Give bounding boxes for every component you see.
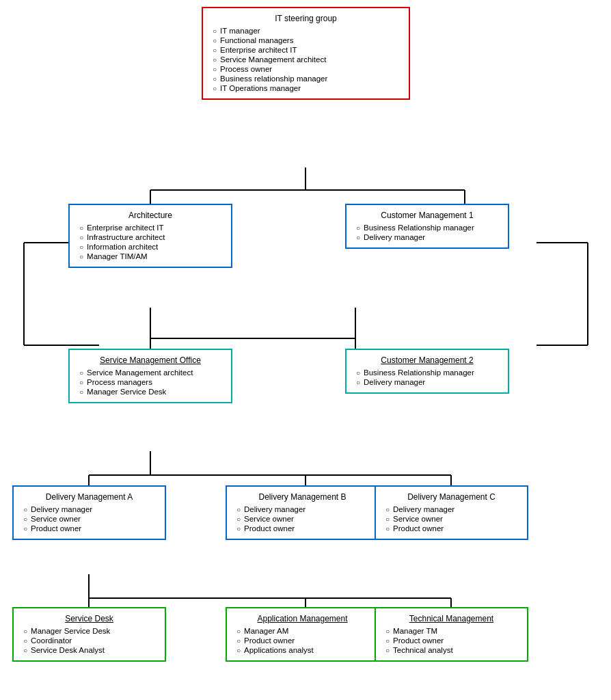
list-item: Delivery manager xyxy=(23,504,158,514)
application-mgmt-title: Application Management xyxy=(234,614,371,623)
architecture-title: Architecture xyxy=(77,211,224,220)
it-steering-title: IT steering group xyxy=(210,14,402,23)
technical-mgmt-title: Technical Management xyxy=(383,614,520,623)
list-item: Business Relationship manager xyxy=(356,368,501,377)
list-item: Delivery manager xyxy=(356,377,501,387)
service-desk-list: Manager Service Desk Coordinator Service… xyxy=(21,626,158,655)
list-item: Service owner xyxy=(236,514,371,524)
list-item: Product owner xyxy=(236,524,371,533)
list-item: Enterprise architect IT xyxy=(79,223,224,232)
application-mgmt-box: Application Management Manager AM Produc… xyxy=(226,607,379,662)
list-item: Infrastructure architect xyxy=(79,232,224,242)
list-item: Service Desk Analyst xyxy=(23,645,158,655)
customer-mgmt-1-list: Business Relationship manager Delivery m… xyxy=(353,223,501,242)
list-item: Business relationship manager xyxy=(213,74,402,83)
list-item: Product owner xyxy=(385,524,520,533)
list-item: Coordinator xyxy=(23,636,158,645)
service-desk-title: Service Desk xyxy=(21,614,158,623)
service-mgmt-office-box: Service Management Office Service Manage… xyxy=(68,349,232,403)
list-item: Service Management architect xyxy=(79,368,224,377)
list-item: Service Management architect xyxy=(213,55,402,64)
it-steering-list: IT manager Functional managers Enterpris… xyxy=(210,26,402,93)
delivery-a-box: Delivery Management A Delivery manager S… xyxy=(12,485,166,540)
list-item: Functional managers xyxy=(213,36,402,45)
service-mgmt-office-title: Service Management Office xyxy=(77,355,224,365)
delivery-a-title: Delivery Management A xyxy=(21,492,158,502)
list-item: Manager TIM/AM xyxy=(79,252,224,261)
architecture-list: Enterprise architect IT Infrastructure a… xyxy=(77,223,224,261)
application-mgmt-list: Manager AM Product owner Applications an… xyxy=(234,626,371,655)
delivery-b-title: Delivery Management B xyxy=(234,492,371,502)
list-item: Delivery manager xyxy=(356,232,501,242)
list-item: Service owner xyxy=(23,514,158,524)
service-mgmt-office-list: Service Management architect Process man… xyxy=(77,368,224,396)
delivery-a-list: Delivery manager Service owner Product o… xyxy=(21,504,158,533)
list-item: Manager AM xyxy=(236,626,371,636)
delivery-c-box: Delivery Management C Delivery manager S… xyxy=(375,485,528,540)
customer-mgmt-2-list: Business Relationship manager Delivery m… xyxy=(353,368,501,387)
list-item: Technical analyst xyxy=(385,645,520,655)
delivery-b-list: Delivery manager Service owner Product o… xyxy=(234,504,371,533)
list-item: IT manager xyxy=(213,26,402,36)
list-item: Delivery manager xyxy=(236,504,371,514)
list-item: Process owner xyxy=(213,64,402,74)
list-item: Product owner xyxy=(385,636,520,645)
list-item: IT Operations manager xyxy=(213,83,402,93)
customer-mgmt-1-title: Customer Management 1 xyxy=(353,211,501,220)
delivery-c-title: Delivery Management C xyxy=(383,492,520,502)
customer-mgmt-2-box: Customer Management 2 Business Relations… xyxy=(345,349,509,394)
list-item: Manager Service Desk xyxy=(23,626,158,636)
list-item: Applications analyst xyxy=(236,645,371,655)
list-item: Manager TM xyxy=(385,626,520,636)
list-item: Information architect xyxy=(79,242,224,252)
delivery-c-list: Delivery manager Service owner Product o… xyxy=(383,504,520,533)
list-item: Process managers xyxy=(79,377,224,387)
list-item: Business Relationship manager xyxy=(356,223,501,232)
technical-mgmt-list: Manager TM Product owner Technical analy… xyxy=(383,626,520,655)
customer-mgmt-1-box: Customer Management 1 Business Relations… xyxy=(345,204,509,249)
technical-mgmt-box: Technical Management Manager TM Product … xyxy=(375,607,528,662)
delivery-b-box: Delivery Management B Delivery manager S… xyxy=(226,485,379,540)
customer-mgmt-2-title: Customer Management 2 xyxy=(353,355,501,365)
list-item: Product owner xyxy=(236,636,371,645)
list-item: Service owner xyxy=(385,514,520,524)
architecture-box: Architecture Enterprise architect IT Inf… xyxy=(68,204,232,268)
org-chart: IT steering group IT manager Functional … xyxy=(0,0,611,14)
list-item: Product owner xyxy=(23,524,158,533)
list-item: Manager Service Desk xyxy=(79,387,224,396)
list-item: Delivery manager xyxy=(385,504,520,514)
service-desk-box: Service Desk Manager Service Desk Coordi… xyxy=(12,607,166,662)
list-item: Enterprise architect IT xyxy=(213,45,402,55)
it-steering-box: IT steering group IT manager Functional … xyxy=(202,7,410,100)
